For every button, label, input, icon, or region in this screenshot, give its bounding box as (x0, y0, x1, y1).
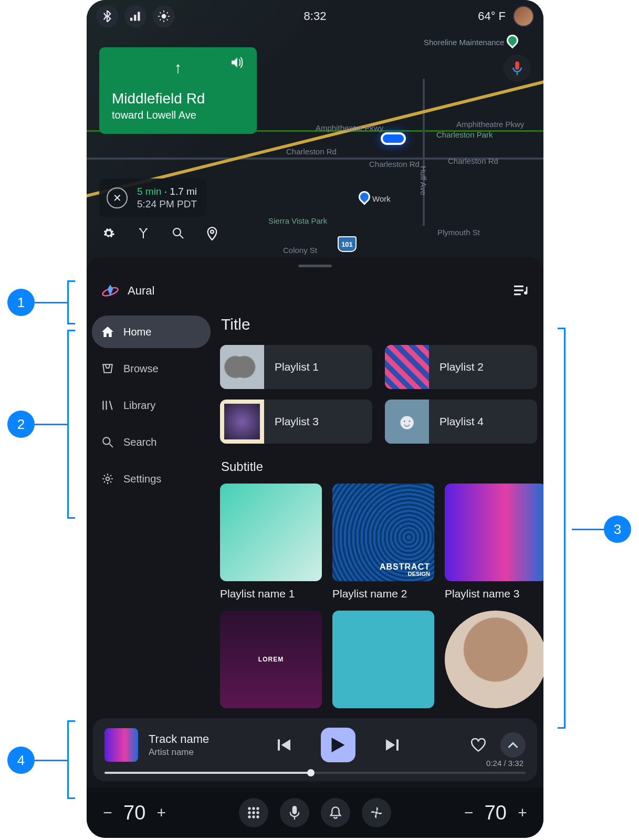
avatar[interactable] (513, 6, 534, 27)
nav-tools (102, 227, 218, 240)
playlist-art (220, 400, 264, 444)
svg-line-8 (160, 12, 161, 13)
search-icon[interactable] (172, 227, 184, 240)
playlist-card-large[interactable] (332, 611, 434, 708)
svg-rect-18 (514, 286, 523, 287)
close-icon[interactable]: ✕ (107, 187, 128, 208)
sidebar-item-browse[interactable]: Browse (92, 352, 211, 385)
track-title: Track name (149, 732, 209, 746)
alt-routes-icon[interactable] (137, 227, 150, 240)
svg-rect-15 (515, 61, 519, 70)
temp-minus-icon[interactable]: − (460, 804, 477, 821)
annotation-line (35, 302, 67, 303)
playlist-card-large[interactable]: Playlist name 1 (220, 484, 322, 600)
nav-road-name: Middlefield Rd (112, 90, 244, 107)
sidebar-item-library[interactable]: Library (92, 389, 211, 422)
temp-minus-icon[interactable]: − (99, 804, 116, 821)
playlist-card-large[interactable] (445, 611, 543, 708)
annotation-bracket (67, 720, 69, 799)
play-icon[interactable] (321, 728, 355, 762)
bluetooth-icon[interactable] (96, 5, 118, 27)
svg-point-34 (256, 811, 259, 814)
favorite-icon[interactable] (467, 733, 490, 757)
home-icon (101, 327, 114, 337)
poi-pin-work[interactable] (356, 188, 372, 205)
section-title: Title (221, 316, 529, 333)
svg-rect-20 (514, 293, 521, 295)
playlist-art (445, 611, 543, 708)
playlist-card[interactable]: Playlist 3 (220, 400, 372, 444)
hwy-shield: 101 (341, 240, 353, 248)
road-label: Charleston Rd (369, 160, 420, 169)
playlist-art: ABSTRACTDESIGN (332, 484, 434, 581)
svg-point-26 (106, 477, 110, 481)
progress-fill (104, 772, 311, 774)
media-app-header: Aural (87, 267, 543, 313)
device-frame: 101 Amphitheatre Pkwy Amphitheatre Pkwy … (87, 0, 543, 838)
volume-icon[interactable] (232, 57, 244, 68)
sidebar-item-search[interactable]: Search (92, 426, 211, 458)
playlist-art: LOREM (220, 611, 322, 708)
poi-label: Shoreline Maintenance (424, 38, 504, 47)
next-icon[interactable] (381, 733, 404, 757)
playlist-card[interactable]: Playlist 1 (220, 345, 372, 389)
turn-card[interactable]: ↑ Middlefield Rd toward Lowell Ave (99, 47, 257, 134)
temp-plus-icon[interactable]: + (153, 804, 170, 821)
svg-point-12 (173, 228, 181, 236)
straight-arrow-icon: ↑ (174, 59, 182, 77)
annotation-line (35, 760, 67, 761)
playlist-name: Playlist 4 (429, 415, 484, 428)
app-title: Aural (128, 284, 154, 298)
climate-right: − 70 + (460, 802, 531, 824)
bell-icon[interactable] (321, 798, 350, 827)
browse-icon (101, 363, 114, 374)
progress-time: 0:24 / 3:32 (486, 759, 523, 768)
progress-track[interactable] (104, 772, 526, 774)
svg-rect-2 (138, 12, 140, 20)
playlist-card-large[interactable]: Playlist name 3 (445, 484, 543, 600)
annotation-badge-3: 3 (604, 516, 631, 543)
svg-line-13 (180, 235, 183, 238)
artist-name: Artist name (149, 747, 209, 758)
mic-icon[interactable] (280, 798, 309, 827)
poi-pin[interactable] (504, 32, 520, 48)
road-label: Charleston Rd (448, 156, 498, 165)
fan-icon[interactable] (362, 798, 391, 827)
app-grid-icon[interactable] (239, 798, 268, 827)
annotation-bracket (67, 330, 69, 519)
sidebar-item-label: Settings (123, 473, 161, 485)
playlist-card-large[interactable]: ABSTRACTDESIGNPlaylist name 2 (332, 484, 434, 600)
playlist-card[interactable]: Playlist 4 (385, 400, 537, 444)
media-content[interactable]: Title Playlist 1 Playlist 2 Playlist 3 P… (216, 313, 543, 788)
playlist-card-large[interactable]: LOREM (220, 611, 322, 708)
previous-icon[interactable] (273, 733, 296, 757)
expand-icon[interactable] (500, 732, 526, 758)
playlist-art (332, 611, 434, 708)
road-label: Huff Ave (419, 166, 428, 195)
playlist-card[interactable]: Playlist 2 (385, 345, 537, 389)
svg-line-23 (110, 401, 112, 410)
temp-plus-icon[interactable]: + (514, 804, 531, 821)
sidebar-item-settings[interactable]: Settings (92, 463, 211, 495)
progress-knob[interactable] (307, 769, 315, 776)
svg-rect-19 (514, 289, 523, 291)
pin-icon[interactable] (206, 227, 218, 240)
playlist-art (220, 345, 264, 389)
queue-icon[interactable] (514, 285, 529, 297)
annotation-bracket (67, 280, 69, 324)
annotation-badge-1: 1 (7, 289, 35, 316)
signal-icon[interactable] (124, 5, 146, 27)
annotation-badge-2: 2 (7, 411, 35, 438)
brightness-icon[interactable] (153, 5, 175, 27)
svg-point-30 (252, 807, 255, 810)
playlist-name: Playlist 2 (429, 361, 484, 373)
svg-point-35 (248, 815, 250, 818)
sidebar-item-home[interactable]: Home (92, 316, 211, 348)
svg-point-29 (248, 807, 250, 810)
assistant-mic-fab[interactable] (504, 55, 531, 82)
now-playing-art[interactable] (104, 728, 138, 762)
playlist-name: Playlist name 2 (332, 587, 434, 600)
navigation-map[interactable]: 101 Amphitheatre Pkwy Amphitheatre Pkwy … (87, 0, 543, 268)
now-playing-bar[interactable]: Track name Artist name 0:24 / 3:32 (93, 718, 537, 781)
gear-icon[interactable] (102, 227, 115, 240)
